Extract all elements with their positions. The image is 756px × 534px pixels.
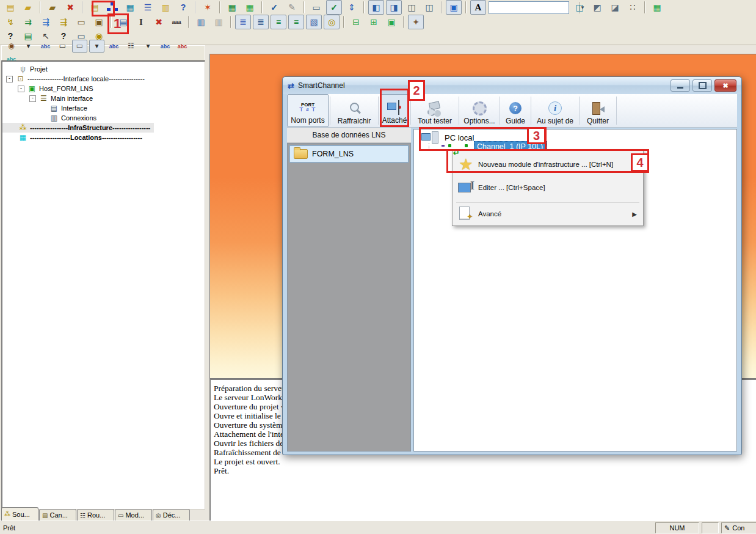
table-status-icon[interactable]: ▦ — [224, 0, 240, 15]
label-abc-4-icon[interactable]: abc — [175, 40, 190, 53]
label-abc-2-icon[interactable]: abc — [106, 40, 122, 53]
label-abc-3-icon[interactable]: abc — [158, 40, 173, 53]
connect-3-icon[interactable]: ⇶ — [38, 15, 54, 29]
label-abc-1-icon[interactable]: abc — [38, 40, 53, 53]
oval-tool-dropdown[interactable]: ▾ — [89, 40, 104, 53]
table-refresh-icon[interactable]: ▦ — [242, 0, 258, 15]
database-item-form-lns[interactable]: FORM_LNS — [289, 145, 409, 163]
tab-sources[interactable]: ⁂ Sou... — [1, 507, 38, 521]
minimize-button[interactable] — [671, 79, 690, 92]
find-prev-icon[interactable]: ◪ — [607, 0, 623, 15]
treeview-4-icon[interactable]: ≡ — [288, 15, 304, 29]
find-next-icon[interactable]: ◩ — [589, 0, 605, 15]
separator[interactable] — [441, 1, 442, 13]
rename-ibeam-icon[interactable]: I — [133, 15, 149, 29]
au-sujet-de-button[interactable]: i Au sujet de — [532, 94, 578, 127]
dialog-title-bar[interactable]: ⇄ SmartChannel ✖ — [283, 77, 741, 94]
tree-item-infrastructure[interactable]: ⁂ -----------------InfraStructure-------… — [2, 123, 154, 133]
nom-ports-button[interactable]: PORT⊤ # ⊤ Nom ports — [287, 94, 329, 127]
tree-item-interface[interactable]: ▤ Interface — [2, 103, 91, 113]
find-window-icon[interactable]: ◫ — [572, 0, 587, 15]
menu-item-nouveau-module[interactable]: ★ Nouveau module d'infrastructure ... [C… — [454, 153, 642, 175]
counter-chip-icon[interactable]: ▦ — [649, 0, 665, 15]
sort-list-icon[interactable]: ☰ — [140, 0, 156, 15]
channel-box-icon[interactable]: ▭ — [73, 15, 89, 29]
delete-icon[interactable]: ✖ — [151, 15, 167, 29]
separator[interactable] — [261, 1, 263, 13]
expand-icon[interactable]: - — [6, 76, 13, 82]
cascade-pages-icon[interactable]: ▥ — [158, 0, 173, 15]
open-folder-icon[interactable]: ▰ — [20, 0, 36, 15]
paste-icon[interactable]: ▥ — [211, 15, 227, 29]
comment-icon[interactable]: ▭ — [308, 0, 324, 15]
tab-canaux[interactable]: ▤ Can... — [39, 509, 76, 521]
layout-tree-icon[interactable]: ◨ — [386, 0, 402, 15]
green-pane-icon[interactable]: ▣ — [383, 15, 399, 29]
treeview-1-icon[interactable]: ≣ — [235, 15, 251, 29]
find-values-icon[interactable]: ∷ — [625, 0, 641, 15]
comment-move-icon[interactable]: ⇕ — [344, 0, 360, 15]
tree-item-pc-local[interactable]: PC local — [420, 131, 474, 144]
separator[interactable] — [465, 1, 467, 13]
separator[interactable] — [303, 1, 305, 13]
comment-check-icon[interactable]: ✓ — [326, 0, 342, 15]
separator[interactable] — [82, 1, 83, 13]
delete-db-icon[interactable]: ✖ — [62, 0, 78, 15]
tab-routeurs[interactable]: ☷ Rou... — [77, 509, 114, 521]
lns-database-list[interactable]: FORM_LNS — [287, 143, 411, 452]
options-button[interactable]: Options... — [460, 94, 498, 127]
connect-2-icon[interactable]: ⇉ — [20, 15, 36, 29]
tree-item-interface-locale[interactable]: - ⊡ ----------------Interface locale----… — [2, 74, 148, 84]
separator[interactable] — [188, 16, 189, 28]
node-box-icon[interactable]: ▭ — [55, 40, 70, 53]
treeview-zoom-icon[interactable]: ◎ — [324, 15, 340, 29]
separator[interactable] — [403, 16, 404, 28]
treeview-3-icon[interactable]: ≡ — [271, 15, 286, 29]
router-dropdown[interactable]: ▾ — [140, 40, 156, 53]
separator[interactable] — [230, 16, 231, 28]
green-list-icon[interactable]: ⊟ — [348, 15, 364, 29]
tout-tester-button[interactable]: Tout tester — [412, 94, 457, 127]
raffraichir-button[interactable]: Raffraichir — [332, 94, 377, 127]
expand-icon[interactable]: - — [18, 86, 24, 92]
expand-icon[interactable]: - — [29, 95, 36, 102]
project-tree[interactable]: ψ Projet - ⊡ ----------------Interface l… — [1, 60, 205, 510]
burst-update-icon[interactable]: ✶ — [200, 0, 216, 15]
close-db-icon[interactable]: ▰ — [45, 0, 60, 15]
checklist-icon[interactable]: ✓ — [266, 0, 282, 15]
maximize-button[interactable] — [692, 79, 712, 92]
view-filter-icon[interactable]: ◉ — [4, 40, 19, 53]
treeview-5-icon[interactable]: ▧ — [306, 15, 322, 29]
connect-1-icon[interactable]: ↯ — [2, 15, 18, 29]
tree-item-host-form-lns[interactable]: - ▣ Host_FORM_LNS — [2, 84, 97, 93]
rename-aaa-icon[interactable]: aaa — [169, 15, 184, 29]
menu-item-avance[interactable]: Avancé ▶ — [454, 205, 642, 223]
tree-item-locations[interactable]: ▦ ------------------Locations-----------… — [2, 133, 146, 142]
router-tool-icon[interactable]: ☷ — [123, 40, 139, 53]
green-split-icon[interactable]: ⊞ — [366, 15, 382, 29]
attache-button[interactable]: Attaché — [380, 94, 409, 127]
tile-vertical-icon[interactable]: ◫ — [421, 0, 437, 15]
close-button[interactable]: ✖ — [714, 79, 736, 92]
guide-button[interactable]: ? Guide — [501, 94, 529, 127]
menu-item-editer[interactable]: Editer ... [Ctrl+Space] — [454, 177, 642, 199]
tab-modules[interactable]: ▭ Mod... — [115, 509, 152, 521]
attach-interface-icon[interactable]: ▣ — [446, 0, 462, 15]
window-help-icon[interactable]: ? — [175, 0, 191, 15]
subnet-box-icon[interactable]: ▣ — [91, 15, 107, 29]
tree-item-main-interface[interactable]: - ☰ Main interface — [2, 93, 96, 103]
layout-left-icon[interactable]: ◧ — [368, 0, 384, 15]
properties-doc-icon[interactable]: ▤ — [115, 15, 131, 29]
network-tree-icon[interactable] — [104, 0, 120, 15]
font-name-combobox[interactable]: ▼ — [489, 1, 569, 14]
hammer-icon[interactable]: ✦ — [408, 15, 424, 29]
separator[interactable] — [363, 1, 365, 13]
new-icon[interactable]: ▤ — [2, 0, 18, 15]
separator[interactable] — [111, 16, 112, 28]
device-table-icon[interactable]: ▦ — [122, 0, 138, 15]
export-page-icon[interactable]: ▤ — [87, 0, 103, 15]
view-filter-dropdown[interactable]: ▾ — [21, 40, 36, 53]
connect-4-icon[interactable]: ⇶ — [56, 15, 71, 29]
treeview-2-icon[interactable]: ≣ — [253, 15, 269, 29]
eraser-icon[interactable]: ✎ — [284, 0, 300, 15]
